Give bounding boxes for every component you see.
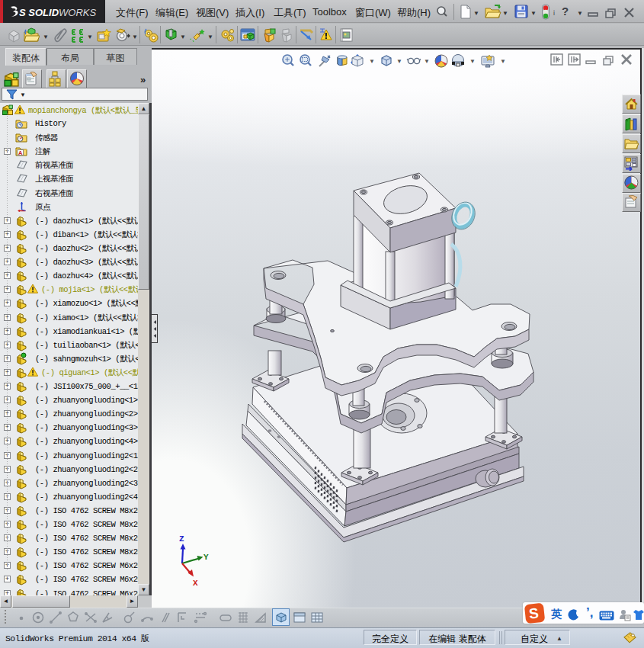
svg-text:X: X	[193, 579, 198, 587]
svg-text:A: A	[18, 149, 23, 156]
svg-text:Y: Y	[203, 553, 209, 562]
svg-text:S SOLIDWORKS: S SOLIDWORKS	[19, 7, 96, 18]
svg-text:Z: Z	[179, 534, 184, 544]
svg-text:S: S	[528, 605, 540, 621]
